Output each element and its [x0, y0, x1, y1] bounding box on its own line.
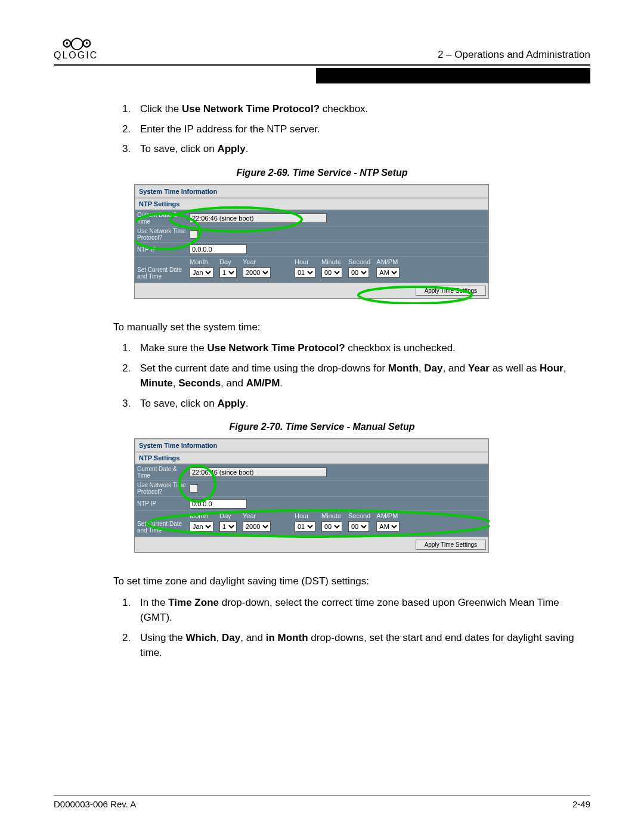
ampm-select[interactable]: AM	[376, 267, 400, 278]
panel-title-ntp: NTP Settings	[135, 198, 488, 210]
apply-time-settings-button[interactable]: Apply Time Settings	[416, 540, 486, 550]
chapter-title: 2 – Operations and Administration	[438, 49, 590, 61]
logo-text: QLOGIC	[54, 50, 98, 61]
use-ntp-row: Use Network Time Protocol?	[135, 226, 488, 242]
set-date-row: Set Current Date and Time MonthJan Day1 …	[135, 510, 488, 537]
use-ntp-label: Use Network Time Protocol?	[137, 482, 190, 495]
current-datetime-field	[190, 467, 327, 477]
hour-select[interactable]: 01	[295, 521, 315, 532]
set-date-label: Set Current Date and Time	[137, 521, 190, 534]
second-select[interactable]: 00	[348, 267, 369, 278]
day-select[interactable]: 1	[219, 521, 237, 532]
ntp-ip-label: NTP IP	[137, 246, 190, 253]
list-item: 1.In the Time Zone drop-down, select the…	[122, 595, 584, 625]
current-datetime-label: Current Date & Time	[137, 212, 190, 225]
year-select[interactable]: 2000	[243, 267, 271, 278]
paragraph: To set time zone and daylight saving tim…	[113, 574, 584, 589]
paragraph: To manually set the system time:	[113, 320, 584, 335]
figure-caption: Figure 2-69. Time Service - NTP Setup	[54, 168, 590, 178]
apply-time-settings-button[interactable]: Apply Time Settings	[416, 286, 486, 296]
ampm-select[interactable]: AM	[376, 521, 400, 532]
hour-select[interactable]: 01	[295, 267, 315, 278]
timezone-steps: To set time zone and daylight saving tim…	[122, 574, 584, 661]
time-settings-panel: System Time Information NTP Settings Cur…	[134, 184, 489, 299]
page-number: 2-49	[572, 799, 590, 809]
year-select[interactable]: 2000	[243, 521, 271, 532]
second-select[interactable]: 00	[348, 521, 369, 532]
list-item: 3.To save, click on Apply.	[122, 396, 584, 411]
list-item: 2.Set the current date and time using th…	[122, 361, 584, 391]
logo-icon: ⊙◯⊙	[62, 36, 90, 50]
qlogic-logo: ⊙◯⊙ QLOGIC	[54, 36, 98, 61]
doc-id: D000003-006 Rev. A	[54, 799, 136, 809]
set-date-row: Set Current Date and Time MonthJan Day1 …	[135, 256, 488, 283]
panel-title-system-time: System Time Information	[135, 439, 488, 452]
panel-footer: Apply Time Settings	[135, 283, 488, 298]
ntp-ip-input[interactable]	[190, 499, 247, 509]
panel-title-system-time: System Time Information	[135, 185, 488, 198]
page-footer: D000003-006 Rev. A 2-49	[54, 795, 590, 809]
list-item: 1.Make sure the Use Network Time Protoco…	[122, 340, 584, 356]
black-strip	[316, 68, 590, 83]
current-datetime-field	[190, 213, 327, 223]
ntp-ip-input[interactable]	[190, 244, 247, 254]
manual-setup-steps: To manually set the system time: 1.Make …	[122, 320, 584, 411]
list-item: 2.Enter the IP address for the NTP serve…	[122, 122, 584, 137]
ntp-setup-steps: 1.Click the Use Network Time Protocol? c…	[122, 101, 584, 157]
month-select[interactable]: Jan	[190, 521, 213, 532]
list-item: 1.Click the Use Network Time Protocol? c…	[122, 101, 584, 117]
page-header: ⊙◯⊙ QLOGIC 2 – Operations and Administra…	[54, 36, 590, 66]
use-ntp-checkbox[interactable]	[190, 484, 198, 493]
current-datetime-label: Current Date & Time	[137, 466, 190, 479]
panel-footer: Apply Time Settings	[135, 537, 488, 552]
list-item: 3.To save, click on Apply.	[122, 141, 584, 157]
time-settings-panel: System Time Information NTP Settings Cur…	[134, 438, 489, 553]
current-datetime-row: Current Date & Time	[135, 210, 488, 226]
set-date-label: Set Current Date and Time	[137, 267, 190, 280]
month-select[interactable]: Jan	[190, 267, 213, 278]
ntp-ip-label: NTP IP	[137, 500, 190, 507]
figure-caption: Figure 2-70. Time Service - Manual Setup	[54, 422, 590, 432]
minute-select[interactable]: 00	[321, 267, 342, 278]
current-datetime-row: Current Date & Time	[135, 464, 488, 480]
ntp-ip-row: NTP IP	[135, 496, 488, 510]
day-select[interactable]: 1	[219, 267, 237, 278]
panel-title-ntp: NTP Settings	[135, 452, 488, 464]
ntp-ip-row: NTP IP	[135, 242, 488, 256]
use-ntp-checkbox[interactable]	[190, 230, 198, 239]
minute-select[interactable]: 00	[321, 521, 342, 532]
list-item: 2.Using the Which, Day, and in Month dro…	[122, 630, 584, 661]
use-ntp-row: Use Network Time Protocol?	[135, 480, 488, 496]
use-ntp-label: Use Network Time Protocol?	[137, 228, 190, 241]
